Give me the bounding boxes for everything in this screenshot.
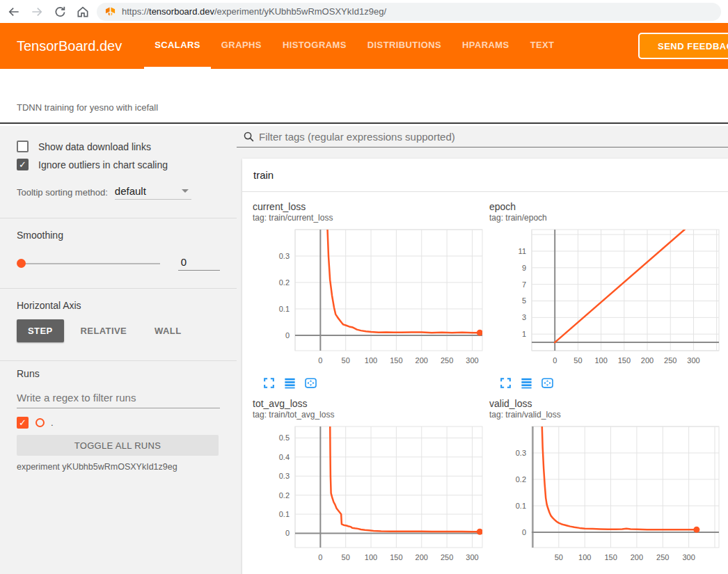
tooltip-sorting-dropdown[interactable]: default xyxy=(115,185,191,200)
chart-title: valid_loss xyxy=(487,398,724,409)
svg-text:0.1: 0.1 xyxy=(279,305,290,313)
tab-distributions[interactable]: DISTRIBUTIONS xyxy=(357,23,452,69)
run-checkbox[interactable]: ✓ xyxy=(17,417,29,429)
svg-text:0.1: 0.1 xyxy=(279,510,290,518)
line-chart[interactable]: 05010015020025030000.10.20.30.40.5 xyxy=(251,422,484,572)
svg-text:0.2: 0.2 xyxy=(279,278,290,287)
tab-text[interactable]: TEXT xyxy=(520,23,565,69)
chart-title: epoch xyxy=(487,201,724,212)
svg-text:150: 150 xyxy=(390,356,402,365)
smoothing-slider[interactable] xyxy=(21,263,160,264)
svg-text:250: 250 xyxy=(664,356,676,365)
tensorboard-favicon xyxy=(105,6,116,17)
chart-tag: tag: train/tot_avg_loss xyxy=(251,410,487,420)
svg-text:200: 200 xyxy=(416,553,428,561)
chart-tag: tag: train/current_loss xyxy=(251,213,487,223)
run-color-ring xyxy=(35,418,45,427)
app-header: TensorBoard.dev SCALARS GRAPHS HISTOGRAM… xyxy=(0,23,728,69)
svg-text:0.2: 0.2 xyxy=(516,475,526,484)
svg-text:250: 250 xyxy=(441,553,453,561)
svg-text:200: 200 xyxy=(631,553,643,561)
svg-text:300: 300 xyxy=(466,356,478,365)
fit-domain-icon[interactable] xyxy=(541,376,554,390)
tab-scalars[interactable]: SCALARS xyxy=(144,23,211,69)
smoothing-value[interactable]: 0 xyxy=(178,256,220,271)
title-strip: TDNN training for yesno with icefall xyxy=(0,69,728,124)
svg-text:250: 250 xyxy=(441,356,453,365)
send-feedback-button[interactable]: SEND FEEDBACK xyxy=(638,33,728,59)
svg-text:50: 50 xyxy=(573,356,582,365)
tag-filter-input[interactable] xyxy=(259,131,728,143)
line-chart[interactable]: 05010015020025030000.10.20.3 xyxy=(251,225,484,375)
svg-text:250: 250 xyxy=(656,553,669,561)
charts-grid: current_loss tag: train/current_loss 050… xyxy=(242,192,728,574)
svg-text:0: 0 xyxy=(285,529,290,537)
smoothing-slider-thumb[interactable] xyxy=(17,259,26,268)
svg-text:0: 0 xyxy=(318,553,322,561)
settings-sidebar: ✓ Show data download links ✓ Ignore outl… xyxy=(0,126,237,574)
tooltip-sorting-label: Tooltip sorting method: xyxy=(17,187,108,198)
view-runs-icon[interactable] xyxy=(520,376,533,390)
tab-hparams[interactable]: HPARAMS xyxy=(452,23,520,69)
svg-text:300: 300 xyxy=(466,553,478,561)
svg-text:150: 150 xyxy=(604,553,617,561)
nav-tabs: SCALARS GRAPHS HISTOGRAMS DISTRIBUTIONS … xyxy=(144,23,564,69)
line-chart[interactable]: 0501001502002503001357911 xyxy=(487,225,720,375)
axis-option-wall[interactable]: WALL xyxy=(143,319,192,342)
download-links-checkbox[interactable]: ✓ xyxy=(17,141,29,152)
axis-option-step[interactable]: STEP xyxy=(17,319,64,342)
chart-epoch: epoch tag: train/epoch 05010015020025030… xyxy=(487,201,724,390)
svg-text:100: 100 xyxy=(365,553,377,561)
reload-icon[interactable] xyxy=(53,5,67,19)
fullscreen-icon[interactable] xyxy=(262,376,276,390)
browser-toolbar: https://tensorboard.dev/experiment/yKUbh… xyxy=(0,0,728,23)
smoothing-label: Smoothing xyxy=(17,230,220,241)
svg-text:0: 0 xyxy=(318,356,322,365)
search-icon xyxy=(243,131,255,143)
svg-text:7: 7 xyxy=(522,280,526,289)
toggle-all-runs-button[interactable]: TOGGLE ALL RUNS xyxy=(17,435,219,456)
fit-domain-icon[interactable] xyxy=(304,376,317,390)
url-text: https://tensorboard.dev/experiment/yKUbh… xyxy=(122,6,386,17)
app-root: https://tensorboard.dev/experiment/yKUbh… xyxy=(0,0,728,574)
url-bar[interactable]: https://tensorboard.dev/experiment/yKUbh… xyxy=(97,3,721,21)
section-header-train[interactable]: train xyxy=(242,159,728,192)
chart-tag: tag: train/valid_loss xyxy=(487,410,724,420)
chart-tag: tag: train/epoch xyxy=(487,213,724,223)
fullscreen-icon[interactable] xyxy=(499,376,512,390)
home-icon[interactable] xyxy=(76,5,90,19)
svg-text:150: 150 xyxy=(390,553,402,561)
chart-title: tot_avg_loss xyxy=(251,398,487,409)
svg-text:0: 0 xyxy=(522,528,526,536)
svg-text:50: 50 xyxy=(555,553,563,561)
svg-text:3: 3 xyxy=(522,313,526,321)
view-runs-icon[interactable] xyxy=(283,376,296,390)
svg-text:0.3: 0.3 xyxy=(516,449,526,457)
tensorboard-logo: TensorBoard.dev xyxy=(17,23,122,69)
download-links-label: Show data download links xyxy=(38,141,151,152)
axis-option-relative[interactable]: RELATIVE xyxy=(70,319,139,342)
line-chart[interactable]: 5010015020025030000.10.20.3 xyxy=(487,422,720,572)
svg-text:0: 0 xyxy=(553,356,557,365)
train-card: train current_loss tag: train/current_lo… xyxy=(242,159,728,574)
svg-text:300: 300 xyxy=(682,553,695,561)
ignore-outliers-label: Ignore outliers in chart scaling xyxy=(38,159,168,170)
svg-text:1: 1 xyxy=(522,330,526,338)
runs-filter-input[interactable] xyxy=(17,390,220,408)
svg-text:5: 5 xyxy=(522,296,526,305)
svg-text:0.4: 0.4 xyxy=(279,453,290,461)
svg-text:50: 50 xyxy=(342,356,350,365)
run-name: . xyxy=(51,417,54,428)
tab-graphs[interactable]: GRAPHS xyxy=(211,23,272,69)
svg-text:9: 9 xyxy=(522,264,526,272)
back-icon[interactable] xyxy=(7,5,21,19)
svg-text:50: 50 xyxy=(342,553,350,561)
forward-icon[interactable] xyxy=(30,5,44,19)
horizontal-axis-label: Horizontal Axis xyxy=(17,300,220,311)
experiment-title: TDNN training for yesno with icefall xyxy=(17,102,158,113)
chart-title: current_loss xyxy=(251,201,487,212)
chart-valid-loss: valid_loss tag: train/valid_loss 5010015… xyxy=(487,398,724,574)
ignore-outliers-checkbox[interactable]: ✓ xyxy=(17,159,29,170)
tab-histograms[interactable]: HISTOGRAMS xyxy=(272,23,357,69)
svg-text:150: 150 xyxy=(618,356,631,365)
